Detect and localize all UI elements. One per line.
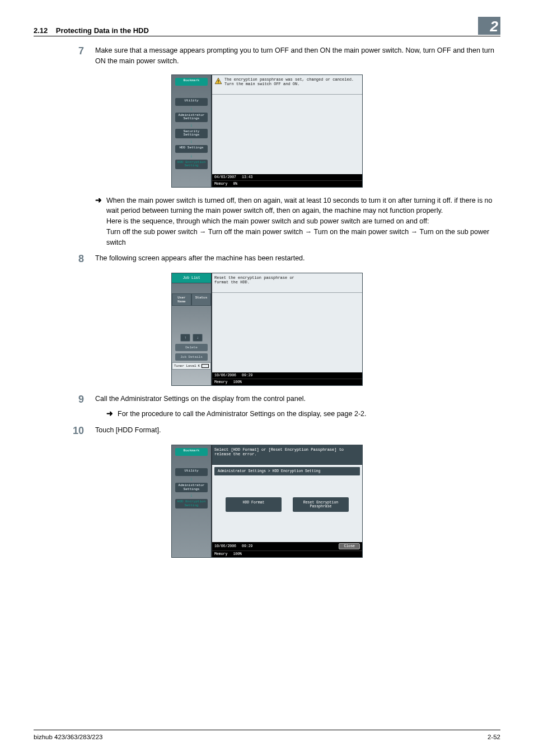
warning-icon (214, 77, 222, 85)
warning-message: The encryption passphrase was set, chang… (224, 77, 354, 86)
screenshot-2: Job List User Name Status ↑ ↓ Delete Job… (34, 273, 500, 386)
note-text: When the main power switch is turned off… (106, 195, 500, 248)
note-p2: Here is the sequence, through which the … (106, 217, 429, 225)
toner-k: K (198, 364, 200, 368)
hdd-encryption-setting-button[interactable]: HDD Encryption Setting (175, 160, 208, 169)
section-title: Protecting Data in the HDD (56, 26, 149, 35)
up-arrow-button[interactable]: ↑ (180, 334, 190, 342)
status-bar: 10/06/2006 09:29 (212, 372, 362, 379)
status-date: 04/03/2007 (214, 175, 236, 179)
memory-label: Memory (214, 552, 227, 556)
status-bar-2: Memory 0% (212, 180, 362, 187)
bookmark-button[interactable]: Bookmark (175, 448, 208, 456)
step-9-note: ➜ For the procedure to call the Administ… (34, 409, 500, 419)
job-details-button[interactable]: Job Details (175, 353, 208, 361)
step-number: 8 (34, 253, 95, 265)
status-time: 09:29 (242, 374, 253, 377)
step-text: Call the Administrator Settings on the d… (95, 394, 500, 404)
svg-rect-1 (218, 80, 218, 82)
screenshot-1: Bookmark Utility ↓ Administrator Setting… (34, 74, 500, 188)
bullet-arrow-icon: ➜ (106, 409, 118, 418)
breadcrumb: Administrator Settings > HDD Encryption … (214, 467, 360, 475)
memory-label: Memory (214, 380, 227, 384)
info-line-2: format the HDD. (214, 280, 294, 284)
memory-value: 0% (233, 182, 237, 186)
step-7: 7 Make sure that a message appears promp… (34, 45, 500, 67)
hdd-settings-button[interactable]: HDD Settings (175, 145, 208, 153)
status-bar: 10/06/2006 09:29 Close (212, 542, 362, 550)
step-7-note: ➜ When the main power switch is turned o… (34, 195, 500, 248)
memory-value: 100% (233, 380, 242, 384)
status-date: 10/06/2006 (214, 374, 236, 377)
section-number: 2.12 (34, 26, 48, 35)
svg-rect-2 (218, 82, 218, 83)
job-list-tab[interactable]: Job List (172, 273, 211, 283)
info-message: Reset the encryption passphrase or forma… (214, 276, 294, 284)
status-time: 09:29 (242, 544, 253, 548)
step-number: 9 (34, 394, 95, 405)
note-text: For the procedure to call the Administra… (118, 409, 500, 419)
screenshot-3: Bookmark Utility ↓ Administrator Setting… (34, 445, 500, 558)
note-p3: Turn off the sub power switch → Turn off… (106, 228, 489, 246)
down-arrow-icon: ↓ (190, 155, 193, 158)
down-arrow-icon: ↓ (190, 140, 193, 143)
info-line-1: Reset the encryption passphrase or (214, 276, 294, 280)
step-8: 8 The following screen appears after the… (34, 253, 500, 265)
status-date: 10/06/2006 (214, 544, 236, 548)
delete-button[interactable]: Delete (175, 344, 208, 351)
footer-page-number: 2-52 (488, 734, 500, 740)
user-name-col[interactable]: User Name (172, 293, 191, 306)
hdd-format-button[interactable]: HDD Format (226, 497, 282, 512)
step-10: 10 Touch [HDD Format]. (34, 425, 500, 437)
status-col[interactable]: Status (191, 293, 211, 306)
utility-button[interactable]: Utility (175, 468, 208, 476)
reset-encryption-passphrase-button[interactable]: Reset Encryption Passphrase (293, 497, 349, 512)
bullet-arrow-icon: ➜ (95, 195, 106, 204)
section-heading: 2.12 Protecting Data in the HDD (34, 26, 478, 35)
close-button[interactable]: Close (339, 543, 360, 549)
security-settings-button[interactable]: Security Settings (175, 129, 208, 138)
step-text: Touch [HDD Format]. (95, 425, 500, 436)
down-arrow-button[interactable]: ↓ (193, 334, 203, 342)
step-number: 10 (34, 425, 95, 437)
note-p1: When the main power switch is turned off… (106, 197, 493, 215)
instruction-message: Select [HDD Format] or [Reset Encryption… (214, 447, 360, 456)
administrator-settings-button[interactable]: Administrator Settings (175, 113, 208, 122)
status-bar-2: Memory 100% (212, 550, 362, 557)
down-arrow-icon: ↓ (190, 124, 193, 127)
page-header: 2.12 Protecting Data in the HDD 2 (34, 17, 500, 36)
administrator-settings-button[interactable]: Administrator Settings (175, 483, 208, 492)
memory-value: 100% (233, 552, 242, 556)
down-arrow-icon: ↓ (190, 494, 193, 497)
toner-bar (202, 364, 209, 368)
toner-label: Toner Level (174, 364, 196, 368)
step-text: Make sure that a message appears prompti… (95, 45, 500, 67)
utility-button[interactable]: Utility (175, 98, 208, 106)
chapter-number-badge: 2 (478, 17, 500, 35)
hdd-encryption-setting-button[interactable]: HDD Encryption Setting (175, 499, 208, 508)
memory-label: Memory (214, 182, 227, 186)
status-bar-2: Memory 100% (212, 379, 362, 385)
warning-line-1: The encryption passphrase was set, chang… (224, 77, 354, 82)
page-footer: bizhub 423/363/283/223 2-52 (34, 730, 500, 740)
step-number: 7 (34, 45, 95, 57)
step-text: The following screen appears after the m… (95, 253, 500, 264)
step-9: 9 Call the Administrator Settings on the… (34, 394, 500, 405)
status-time: 13:43 (242, 175, 253, 179)
toner-level: Toner Level K (172, 362, 211, 370)
down-arrow-icon: ↓ (190, 108, 193, 111)
down-arrow-icon: ↓ (190, 478, 193, 481)
status-bar: 04/03/2007 13:43 (212, 174, 362, 180)
warning-line-2: Turn the main switch OFF and ON. (224, 82, 354, 86)
bookmark-button[interactable]: Bookmark (175, 78, 208, 86)
footer-model: bizhub 423/363/283/223 (34, 734, 102, 740)
